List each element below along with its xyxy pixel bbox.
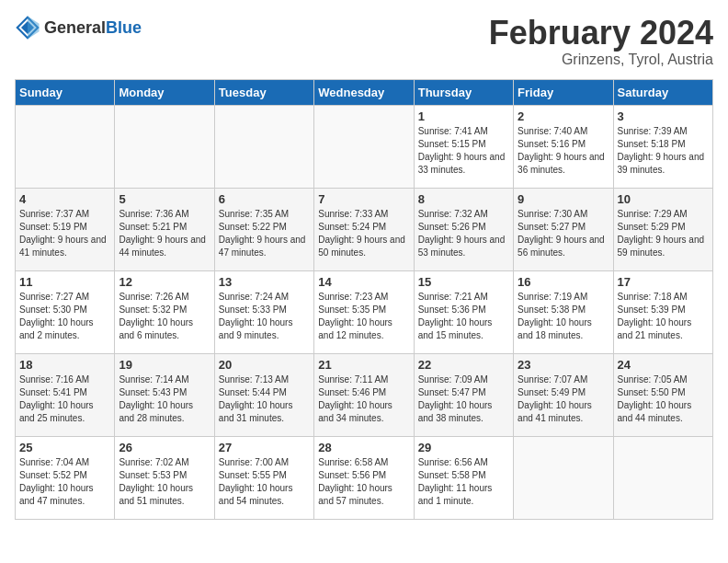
calendar-week-3: 11Sunrise: 7:27 AMSunset: 5:30 PMDayligh… [16, 270, 713, 353]
day-info: Sunrise: 7:36 AMSunset: 5:21 PMDaylight:… [119, 208, 210, 259]
day-info: Sunrise: 7:05 AMSunset: 5:50 PMDaylight:… [618, 373, 709, 425]
calendar-cell: 9Sunrise: 7:30 AMSunset: 5:27 PMDaylight… [514, 188, 613, 270]
day-info: Sunrise: 7:13 AMSunset: 5:44 PMDaylight:… [219, 373, 310, 425]
calendar-cell: 21Sunrise: 7:11 AMSunset: 5:46 PMDayligh… [314, 353, 414, 436]
calendar-title: February 2024 [489, 15, 713, 52]
day-number: 10 [618, 192, 709, 206]
header-day-friday: Friday [514, 79, 613, 105]
day-number: 18 [19, 358, 110, 372]
calendar-cell: 29Sunrise: 6:56 AMSunset: 5:58 PMDayligh… [414, 436, 513, 519]
header-day-monday: Monday [115, 79, 214, 105]
calendar-cell: 3Sunrise: 7:39 AMSunset: 5:18 PMDaylight… [613, 105, 712, 188]
day-info: Sunrise: 7:16 AMSunset: 5:41 PMDaylight:… [19, 373, 110, 425]
calendar-cell [115, 105, 214, 188]
day-info: Sunrise: 7:33 AMSunset: 5:24 PMDaylight:… [318, 208, 409, 259]
calendar-cell: 13Sunrise: 7:24 AMSunset: 5:33 PMDayligh… [214, 270, 313, 353]
day-info: Sunrise: 7:30 AMSunset: 5:27 PMDaylight:… [518, 208, 609, 259]
day-number: 6 [219, 192, 310, 206]
day-info: Sunrise: 7:37 AMSunset: 5:19 PMDaylight:… [19, 208, 110, 259]
day-info: Sunrise: 7:24 AMSunset: 5:33 PMDaylight:… [219, 291, 310, 342]
day-number: 24 [618, 358, 709, 372]
calendar-cell: 17Sunrise: 7:18 AMSunset: 5:39 PMDayligh… [613, 270, 712, 353]
calendar-table: SundayMondayTuesdayWednesdayThursdayFrid… [15, 79, 713, 520]
day-number: 27 [219, 441, 310, 454]
calendar-cell: 5Sunrise: 7:36 AMSunset: 5:21 PMDaylight… [115, 188, 214, 270]
day-number: 19 [119, 358, 210, 372]
day-number: 2 [518, 109, 609, 123]
day-number: 26 [119, 441, 210, 454]
logo: GeneralBlue [15, 15, 142, 40]
day-info: Sunrise: 6:56 AMSunset: 5:58 PMDaylight:… [418, 456, 509, 508]
calendar-cell: 12Sunrise: 7:26 AMSunset: 5:32 PMDayligh… [115, 270, 214, 353]
day-info: Sunrise: 7:11 AMSunset: 5:46 PMDaylight:… [318, 373, 409, 425]
day-number: 3 [618, 109, 709, 123]
day-number: 28 [318, 441, 409, 454]
calendar-cell: 24Sunrise: 7:05 AMSunset: 5:50 PMDayligh… [613, 353, 712, 436]
day-number: 14 [318, 275, 409, 289]
logo-text: GeneralBlue [44, 18, 142, 38]
day-number: 5 [119, 192, 210, 206]
header-day-tuesday: Tuesday [214, 79, 313, 105]
day-number: 21 [318, 358, 409, 372]
calendar-week-5: 25Sunrise: 7:04 AMSunset: 5:52 PMDayligh… [16, 436, 713, 519]
calendar-cell: 19Sunrise: 7:14 AMSunset: 5:43 PMDayligh… [115, 353, 214, 436]
calendar-cell: 18Sunrise: 7:16 AMSunset: 5:41 PMDayligh… [16, 353, 115, 436]
calendar-cell [16, 105, 115, 188]
calendar-cell: 10Sunrise: 7:29 AMSunset: 5:29 PMDayligh… [613, 188, 712, 270]
calendar-cell: 28Sunrise: 6:58 AMSunset: 5:56 PMDayligh… [314, 436, 414, 519]
day-info: Sunrise: 7:23 AMSunset: 5:35 PMDaylight:… [318, 291, 409, 342]
day-number: 22 [418, 358, 509, 372]
calendar-header-row: SundayMondayTuesdayWednesdayThursdayFrid… [16, 79, 713, 105]
day-info: Sunrise: 7:35 AMSunset: 5:22 PMDaylight:… [219, 208, 310, 259]
day-number: 13 [219, 275, 310, 289]
calendar-cell [514, 436, 613, 519]
calendar-cell: 8Sunrise: 7:32 AMSunset: 5:26 PMDaylight… [414, 188, 513, 270]
day-info: Sunrise: 7:04 AMSunset: 5:52 PMDaylight:… [19, 456, 110, 508]
day-info: Sunrise: 7:18 AMSunset: 5:39 PMDaylight:… [618, 291, 709, 342]
calendar-cell [214, 105, 313, 188]
day-number: 29 [418, 441, 509, 454]
day-number: 9 [518, 192, 609, 206]
day-info: Sunrise: 7:02 AMSunset: 5:53 PMDaylight:… [119, 456, 210, 508]
logo-general: General [44, 18, 106, 37]
header-day-sunday: Sunday [16, 79, 115, 105]
calendar-week-4: 18Sunrise: 7:16 AMSunset: 5:41 PMDayligh… [16, 353, 713, 436]
calendar-cell: 16Sunrise: 7:19 AMSunset: 5:38 PMDayligh… [514, 270, 613, 353]
calendar-cell: 25Sunrise: 7:04 AMSunset: 5:52 PMDayligh… [16, 436, 115, 519]
calendar-cell [314, 105, 414, 188]
day-info: Sunrise: 7:26 AMSunset: 5:32 PMDaylight:… [119, 291, 210, 342]
day-number: 7 [318, 192, 409, 206]
day-info: Sunrise: 7:00 AMSunset: 5:55 PMDaylight:… [219, 456, 310, 508]
calendar-cell: 2Sunrise: 7:40 AMSunset: 5:16 PMDaylight… [514, 105, 613, 188]
day-number: 17 [618, 275, 709, 289]
svg-marker-2 [28, 16, 40, 39]
title-area: February 2024 Grinzens, Tyrol, Austria [489, 15, 713, 68]
calendar-cell: 14Sunrise: 7:23 AMSunset: 5:35 PMDayligh… [314, 270, 414, 353]
calendar-cell: 15Sunrise: 7:21 AMSunset: 5:36 PMDayligh… [414, 270, 513, 353]
day-info: Sunrise: 7:07 AMSunset: 5:49 PMDaylight:… [518, 373, 609, 425]
day-number: 4 [19, 192, 110, 206]
calendar-cell: 7Sunrise: 7:33 AMSunset: 5:24 PMDaylight… [314, 188, 414, 270]
day-number: 11 [19, 275, 110, 289]
calendar-week-2: 4Sunrise: 7:37 AMSunset: 5:19 PMDaylight… [16, 188, 713, 270]
day-info: Sunrise: 7:21 AMSunset: 5:36 PMDaylight:… [418, 291, 509, 342]
day-number: 15 [418, 275, 509, 289]
calendar-cell: 27Sunrise: 7:00 AMSunset: 5:55 PMDayligh… [214, 436, 313, 519]
day-number: 16 [518, 275, 609, 289]
day-number: 8 [418, 192, 509, 206]
day-info: Sunrise: 7:29 AMSunset: 5:29 PMDaylight:… [618, 208, 709, 259]
day-number: 25 [19, 441, 110, 454]
calendar-subtitle: Grinzens, Tyrol, Austria [489, 52, 713, 68]
header-day-wednesday: Wednesday [314, 79, 414, 105]
day-number: 20 [219, 358, 310, 372]
calendar-cell: 23Sunrise: 7:07 AMSunset: 5:49 PMDayligh… [514, 353, 613, 436]
day-number: 23 [518, 358, 609, 372]
day-info: Sunrise: 7:41 AMSunset: 5:15 PMDaylight:… [418, 125, 509, 177]
day-number: 1 [418, 109, 509, 123]
logo-blue: Blue [106, 18, 142, 37]
calendar-week-1: 1Sunrise: 7:41 AMSunset: 5:15 PMDaylight… [16, 105, 713, 188]
day-info: Sunrise: 7:32 AMSunset: 5:26 PMDaylight:… [418, 208, 509, 259]
day-info: Sunrise: 7:27 AMSunset: 5:30 PMDaylight:… [19, 291, 110, 342]
day-number: 12 [119, 275, 210, 289]
header: GeneralBlue February 2024 Grinzens, Tyro… [15, 15, 713, 68]
